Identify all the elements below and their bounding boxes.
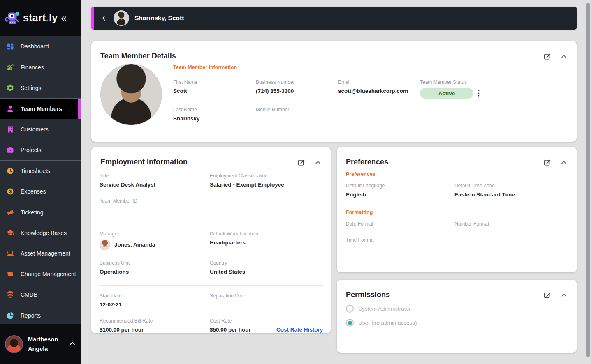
field-status: Team Member Status Active [420,79,567,99]
sidebar-item-ticketing[interactable]: Ticketing [0,202,81,223]
user-name: Martheson Angela [28,335,64,354]
radio-user-no-admin[interactable]: User (no admin access) [346,319,569,327]
page-title: Sharinsky, Scott [134,14,184,22]
radio-button-selected-icon[interactable] [346,319,354,327]
page-header-bar: Sharinsky, Scott [91,7,577,30]
building-icon [6,125,15,134]
user-menu-chevron-up-icon[interactable] [69,340,76,348]
field-time-format: Time Format [346,237,454,252]
edit-square-icon [543,291,551,299]
chevron-up-icon [560,53,568,60]
back-button[interactable] [100,14,108,22]
kebab-menu-icon [476,90,481,97]
svg-text:$: $ [9,189,12,194]
card-title: Team Member Details [100,52,176,60]
card-title: Preferences [346,158,388,166]
laptop-icon [6,249,15,258]
sidebar-collapse-button[interactable]: « [60,13,67,23]
collapse-permissions-button[interactable] [560,292,568,299]
field-bill-rate: Recommended Bill Rate $100.00 per hour [100,318,210,333]
divider [100,285,323,286]
swap-arrows-icon [6,270,15,279]
card-title: Employment Information [100,158,188,166]
field-date-format: Date Format [346,221,454,236]
section-heading-formatting: Formatting [346,210,569,215]
sidebar-item-customers[interactable]: Customers [0,119,81,140]
card-title: Permissions [346,290,390,299]
field-classification: Employment Classification Salaried - Exe… [210,173,323,188]
sidebar-item-label: Projects [21,147,42,153]
clock-icon [6,166,15,175]
sidebar-item-label: Timesheets [21,168,50,174]
manager-avatar [100,240,110,250]
edit-employment-button[interactable] [297,159,305,166]
field-cost-rate: Cost Rate $50.00 per hour [210,318,276,333]
field-default-language: Default Language English [346,183,454,198]
edit-square-icon [543,53,551,60]
field-default-time-zone: Default Time Zone Eastern Standard Time [454,183,569,198]
app-window: start.ly « Dashboard Finances Settings [0,0,591,364]
radio-button-icon[interactable] [346,305,354,313]
sidebar-item-label: Customers [21,126,49,133]
sidebar-item-asset-management[interactable]: Asset Management [0,243,81,264]
edit-square-icon [543,159,551,166]
dollar-coin-icon: $ [6,187,15,196]
edit-permissions-button[interactable] [543,291,551,299]
field-first-name: First Name Scott [173,79,256,99]
field-email: Email scott@bluesharkcorp.com [338,79,420,99]
database-icon [6,290,15,299]
collapse-employment-button[interactable] [314,159,322,166]
cost-rate-history-link[interactable]: Cost Rate History [276,327,323,333]
field-country: Country United States [210,260,323,275]
status-menu-button[interactable] [476,90,481,97]
sidebar-item-finances[interactable]: Finances [0,57,81,78]
sidebar-item-label: Knowledge Bases [21,230,67,236]
sidebar-nav: Dashboard Finances Settings Team Members [0,36,81,324]
sidebar-item-label: CMDB [21,291,37,298]
chevron-up-icon [560,292,568,299]
user-avatar [5,335,23,353]
sidebar-item-label: Change Management [21,271,76,277]
brand-dot: . [46,12,49,23]
chevron-left-icon [100,14,108,22]
sidebar-item-dashboard[interactable]: Dashboard [0,36,81,57]
sidebar-item-team-members[interactable]: Team Members [0,99,81,119]
sidebar-item-label: Finances [21,64,44,71]
sidebar-item-label: Dashboard [21,43,49,50]
sidebar-item-projects[interactable]: Projects [0,140,81,160]
collapse-team-details-button[interactable] [560,53,568,60]
chevron-up-icon [314,159,322,166]
person-icon [6,104,15,113]
field-number-format: Number Format [454,221,569,236]
field-mobile-number: Mobile Number [256,107,338,122]
field-manager: Manager Jones, Amanda [100,231,210,250]
section-heading: Team Member Information [173,65,567,70]
divider [100,223,323,223]
bar-chart-icon [6,63,15,72]
section-heading-preferences: Preferences [346,171,569,177]
sidebar-item-expenses[interactable]: $ Expenses [0,181,81,202]
robot-icon [3,9,22,28]
sidebar-item-timesheets[interactable]: Timesheets [0,161,81,181]
briefcase-icon [6,145,15,154]
user-menu[interactable]: Martheson Angela [0,324,81,364]
status-badge: Active [420,88,473,99]
dashboard-grid-icon [6,42,15,51]
radio-system-administrator[interactable]: System Administrator [346,305,569,313]
permissions-card: Permissions Syst [337,280,577,353]
field-last-name: Last Name Sharinsky [173,107,256,122]
sidebar-item-knowledge-bases[interactable]: Knowledge Bases [0,223,81,243]
main-content: Sharinsky, Scott Team Member Details Te [81,0,591,364]
edit-preferences-button[interactable] [543,159,551,166]
sidebar-item-label: Expenses [21,188,46,195]
sidebar-item-cmdb[interactable]: CMDB [0,284,81,305]
preferences-card: Preferences Preferences [337,147,577,272]
collapse-preferences-button[interactable] [560,159,568,166]
edit-team-details-button[interactable] [543,53,551,60]
field-separation-date: Separation Date [210,293,323,308]
sidebar-item-change-management[interactable]: Change Management [0,264,81,284]
sidebar-item-reports[interactable]: Reports [0,305,81,324]
vertical-scrollbar[interactable] [586,3,590,357]
member-profile-photo [100,64,162,125]
sidebar-item-settings[interactable]: Settings [0,78,81,98]
